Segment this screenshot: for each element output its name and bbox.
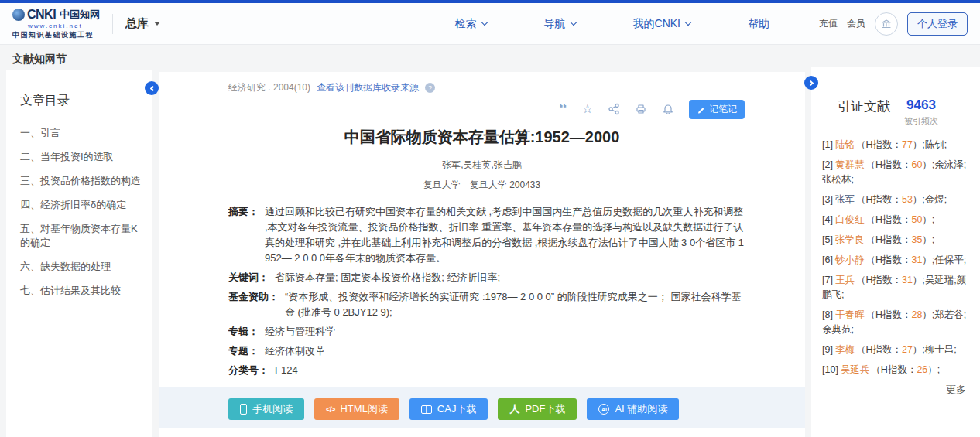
cnki-logo[interactable]: CNKI 中国知网 www.cnki.net 中国知识基础设施工程 xyxy=(12,8,100,40)
citation-author-link[interactable]: 白俊红 xyxy=(835,214,865,225)
citation-author-link[interactable]: 吴延兵 xyxy=(841,364,870,375)
citation-author-link[interactable]: 陆铭 xyxy=(835,139,855,150)
chevron-down-icon xyxy=(685,19,691,26)
h-index-value: 53 xyxy=(902,194,913,205)
citation-index: [6] xyxy=(822,254,833,265)
citations-header: 引证文献 9463 被引频次 xyxy=(811,67,980,127)
tools-row: “ ☆ 记笔记 xyxy=(159,94,805,118)
citation-coauthors: ;陈钊; xyxy=(922,139,947,150)
toc-list: 一、引言二、当年投资I的选取三、投资品价格指数的构造四、经济折旧率δ的确定五、对… xyxy=(20,126,141,298)
chevron-down-icon xyxy=(570,19,576,26)
action-button[interactable]: PDF下载 xyxy=(498,398,577,420)
article-field: 专题： 经济体制改革 xyxy=(228,343,745,359)
caret-down-icon xyxy=(154,22,160,26)
action-button-label: CAJ下载 xyxy=(437,402,477,416)
journal-source[interactable]: 经济研究 . 2004(10) xyxy=(228,81,310,94)
nav-item[interactable]: 检索 xyxy=(455,17,487,31)
nav-item[interactable]: 导航 xyxy=(544,17,576,31)
quick-links: 充值会员 xyxy=(819,17,865,30)
nav-item-label: 我的CNKI xyxy=(633,17,680,31)
citation-coauthors: ; xyxy=(932,214,934,225)
citation-index: [10] xyxy=(822,364,838,375)
info-icon[interactable] xyxy=(425,83,435,93)
citation-coauthors: ;金煜; xyxy=(922,194,947,205)
toc-item[interactable]: 六、缺失数据的处理 xyxy=(20,260,141,274)
star-favorite-icon[interactable]: ☆ xyxy=(582,103,593,115)
citation-index: [5] xyxy=(822,234,833,245)
take-notes-button[interactable]: 记笔记 xyxy=(689,100,745,119)
h-index-prefix: （H指数： xyxy=(865,159,911,170)
citation-author-link[interactable]: 钞小静 xyxy=(835,254,865,265)
h-index-value: 26 xyxy=(917,364,927,375)
take-notes-label: 记笔记 xyxy=(709,103,737,116)
nav-item-label: 帮助 xyxy=(748,17,769,31)
citation-author-link[interactable]: 张军 xyxy=(835,194,855,205)
more-link[interactable]: 更多 xyxy=(811,383,980,397)
toc-item[interactable]: 三、投资品价格指数的构造 xyxy=(20,174,141,188)
database-switcher[interactable]: 总库 xyxy=(125,16,160,31)
article-panel: 经济研究 . 2004(10) 查看该刊数据库收录来源 “ ☆ 记笔记 中国省际… xyxy=(159,72,805,422)
toc-title: 文章目录 xyxy=(20,93,152,109)
quote-icon[interactable]: “ xyxy=(559,104,567,114)
toc-item[interactable]: 一、引言 xyxy=(20,126,141,140)
citation-coauthors: ; xyxy=(932,234,934,245)
h-index-suffix: ） xyxy=(913,139,923,150)
article-authors[interactable]: 张军,吴桂英,张吉鹏 xyxy=(159,159,805,172)
citation-item: [2]黄群慧（H指数：60）;余泳泽;张松林; xyxy=(822,158,971,187)
h-index-value: 31 xyxy=(911,254,922,265)
bell-icon[interactable] xyxy=(662,103,674,115)
citations-count[interactable]: 9463 xyxy=(904,97,938,113)
citation-item: [9]李梅（H指数：27）;柳士昌; xyxy=(822,343,971,357)
h-index-value: 60 xyxy=(911,159,922,170)
citations-panel: 引证文献 9463 被引频次 [1]陆铭（H指数：77）;陈钊; [2]黄群慧（… xyxy=(811,67,980,437)
nav-item[interactable]: 我的CNKI xyxy=(633,17,690,31)
toc-panel: 文章目录 一、引言二、当年投资I的选取三、投资品价格指数的构造四、经济折旧率δ的… xyxy=(6,70,152,437)
nav-item[interactable]: 帮助 xyxy=(748,17,769,31)
quick-link[interactable]: 充值 xyxy=(819,17,838,30)
toc-item[interactable]: 四、经济折旧率δ的确定 xyxy=(20,198,141,212)
citation-index: [1] xyxy=(822,139,833,150)
personal-login-button[interactable]: 个人登录 xyxy=(907,12,968,36)
citation-author-link[interactable]: 干春晖 xyxy=(835,309,865,320)
share-icon[interactable] xyxy=(608,103,620,115)
main-nav: 检索 导航 我的CNKI 帮助 xyxy=(455,17,769,31)
institution-icon xyxy=(880,18,893,30)
action-buttons-row: 手机阅读 HTML阅读 CAJ下载 PDF下载 xyxy=(228,398,745,420)
citation-item: [5]张学良（H指数：35）; xyxy=(822,233,971,248)
action-button-label: AI 辅助阅读 xyxy=(615,402,667,416)
h-index-prefix: （H指数： xyxy=(871,364,917,375)
field-value: “资本形成、投资效率和经济增长的实证研究 :1978— 2 0 0 0” 的阶段… xyxy=(285,289,745,320)
print-icon[interactable] xyxy=(635,103,647,115)
toc-item[interactable]: 五、对基年物质资本存量K的确定 xyxy=(20,222,141,250)
citation-item: [8]干春晖（H指数：28）;郑若谷;余典范; xyxy=(822,308,971,337)
citation-coauthors: ; xyxy=(937,364,940,375)
h-index-value: 28 xyxy=(911,309,922,320)
article-field: 摘要： 通过回顾和比较已有研究中国资本存量的相关文献 ,考虑到中国国内生产总值历… xyxy=(228,204,745,266)
h-index-suffix: ） xyxy=(913,275,923,285)
collapse-citations-button[interactable] xyxy=(804,76,818,90)
citation-author-link[interactable]: 张学良 xyxy=(835,234,865,245)
field-label: 专题： xyxy=(228,343,259,359)
article-field: 基金资助： “资本形成、投资效率和经济增长的实证研究 :1978— 2 0 0 … xyxy=(228,289,745,320)
citation-author-link[interactable]: 李梅 xyxy=(835,344,855,355)
h-index-prefix: （H指数： xyxy=(856,344,902,355)
ai-icon xyxy=(598,404,609,415)
quick-link[interactable]: 会员 xyxy=(847,17,865,30)
field-value: 经济与管理科学 xyxy=(265,324,335,340)
collapse-toc-button[interactable] xyxy=(145,81,159,95)
citation-author-link[interactable]: 黄群慧 xyxy=(835,159,865,170)
next-section-panel xyxy=(159,428,805,437)
field-value: 经济体制改革 xyxy=(265,343,325,359)
toc-item[interactable]: 二、当年投资I的选取 xyxy=(20,150,141,164)
source-database-link[interactable]: 查看该刊数据库收录来源 xyxy=(317,81,419,94)
citation-item: [3]张军（H指数：53）;金煜; xyxy=(822,193,971,207)
citation-author-link[interactable]: 王兵 xyxy=(835,275,855,285)
article-affiliations: 复旦大学 复旦大学 200433 xyxy=(159,179,805,192)
action-button[interactable]: AI 辅助阅读 xyxy=(587,398,679,420)
action-button[interactable]: HTML阅读 xyxy=(314,398,399,420)
action-button[interactable]: 手机阅读 xyxy=(228,398,304,420)
institution-login-button[interactable] xyxy=(875,12,898,36)
action-button[interactable]: CAJ下载 xyxy=(409,398,488,420)
toc-item[interactable]: 七、估计结果及其比较 xyxy=(20,284,141,298)
h-index-suffix: ） xyxy=(922,254,932,265)
